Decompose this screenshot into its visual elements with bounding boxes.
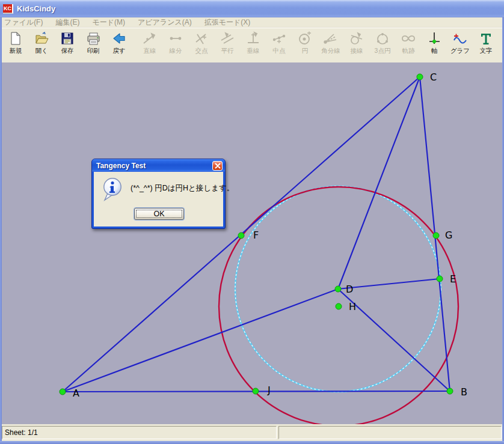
tool-text-button[interactable]: 文字 (474, 31, 498, 54)
menu-edit[interactable]: 編集(E) (55, 17, 79, 28)
window-title: KidsCindy (17, 4, 55, 13)
point-G[interactable] (433, 233, 439, 239)
point-D[interactable] (335, 286, 341, 292)
tool-label: 戻す (112, 47, 125, 54)
tool-line-button: 直線 (138, 31, 162, 54)
angle-bisector-tool-icon (323, 31, 339, 46)
menu-mode[interactable]: モード(M) (92, 17, 125, 28)
title-bar[interactable]: KC KidsCindy (0, 0, 504, 17)
dialog-close-button[interactable] (212, 161, 223, 171)
tool-label: 線分 (170, 47, 182, 54)
point-label-C: C (430, 71, 437, 83)
tool-label: 直線 (144, 47, 156, 54)
segment-A-D[interactable] (63, 289, 338, 392)
axis-icon (426, 31, 442, 46)
perpendicular-tool-icon (245, 31, 261, 46)
three-point-circle-tool-icon (375, 31, 390, 46)
tool-angle-bisector-button: 角分線 (319, 31, 343, 54)
segment-C-D[interactable] (338, 77, 420, 289)
point-J[interactable] (253, 388, 259, 394)
app-window: KC KidsCindy ファイル(F)編集(E)モード(M)アピアランス(A)… (0, 0, 504, 444)
menu-appearance[interactable]: アピアランス(A) (138, 17, 192, 28)
text-icon (478, 31, 494, 46)
parallel-tool-icon (220, 31, 235, 46)
tool-segment-button: 線分 (164, 31, 188, 54)
dialog-title: Tangency Test (92, 162, 146, 170)
segment-tool-icon (168, 31, 183, 46)
dialog-body: (*^_^*) 円Dは円Hと接します。 OK (94, 172, 223, 227)
dialog-message: (*^_^*) 円Dは円Hと接します。 (131, 183, 234, 193)
close-icon (215, 163, 221, 169)
tool-intersection-button: 交点 (189, 31, 214, 54)
menu-file[interactable]: ファイル(F) (4, 17, 43, 28)
point-C[interactable] (417, 74, 423, 80)
tool-print-button[interactable]: 印刷 (81, 31, 105, 54)
point-label-E: E (450, 273, 456, 285)
ok-button-label: OK (135, 210, 183, 218)
tool-label: 文字 (480, 47, 493, 54)
info-icon (102, 177, 123, 201)
tool-axis-button[interactable]: 軸 (422, 31, 446, 54)
tool-tangent-button: 接線 (345, 31, 369, 54)
point-label-D: D (346, 284, 353, 295)
tool-three-point-circle-button: 3点円 (370, 31, 395, 54)
tool-label: 3点円 (375, 47, 391, 54)
tool-label: 開く (35, 47, 48, 54)
window-border-left (0, 17, 2, 444)
point-label-H: H (349, 301, 356, 312)
tool-label: 角分線 (321, 47, 340, 54)
toolbar: 新規開く保存印刷戻す直線線分交点平行垂線中点円角分線接線3点円軌跡軸グラフ文字 (0, 28, 504, 62)
status-field-extra (278, 426, 502, 439)
undo-arrow-icon (111, 31, 127, 46)
tool-label: 接線 (351, 47, 363, 54)
tool-label: 交点 (195, 47, 208, 54)
tool-new-button[interactable]: 新規 (4, 31, 28, 54)
dialog-title-bar[interactable]: Tangency Test (92, 159, 225, 172)
tool-label: 軌跡 (402, 47, 415, 54)
tool-perpendicular-button: 垂線 (241, 31, 265, 54)
tool-label: 保存 (61, 47, 74, 54)
save-floppy-icon (60, 31, 75, 46)
tool-save-button[interactable]: 保存 (55, 31, 79, 54)
point-label-B: B (461, 386, 467, 398)
ok-button[interactable]: OK (134, 208, 184, 220)
tangency-test-dialog: Tangency Test (*^_^*) 円Dは円Hと接します。 (91, 159, 226, 229)
tool-locus-button: 軌跡 (396, 31, 420, 54)
tool-graph-button[interactable]: グラフ (448, 31, 472, 54)
point-label-A: A (73, 388, 79, 399)
open-folder-icon (34, 31, 49, 46)
tool-label: 垂線 (247, 47, 260, 54)
tangent-tool-icon (349, 31, 364, 46)
point-label-J: J (267, 385, 271, 396)
tool-undo-button[interactable]: 戻す (107, 31, 131, 54)
point-F[interactable] (238, 233, 244, 239)
tool-label: グラフ (450, 47, 470, 54)
segment-D-E[interactable] (338, 279, 440, 289)
tool-open-button[interactable]: 開く (29, 31, 54, 54)
window-border-bottom (0, 441, 504, 444)
new-document-icon (8, 31, 23, 46)
point-label-F: F (253, 230, 259, 241)
tool-label: 平行 (221, 47, 234, 54)
point-E[interactable] (437, 276, 443, 282)
locus-tool-icon (401, 31, 416, 46)
point-label-G: G (445, 230, 452, 241)
app-icon[interactable]: KC (3, 4, 13, 14)
tool-label: 軸 (431, 47, 438, 54)
point-B[interactable] (447, 388, 453, 394)
sheet-indicator: Sheet: 1/1 (2, 427, 276, 439)
tool-label: 中点 (273, 47, 286, 54)
point-A[interactable] (60, 389, 66, 395)
menu-bar: ファイル(F)編集(E)モード(M)アピアランス(A)拡張モード(X) (0, 17, 504, 28)
tool-label: 印刷 (87, 47, 100, 54)
status-field-sheet: Sheet: 1/1 (2, 426, 277, 439)
midpoint-tool-icon (271, 31, 287, 46)
tool-circle-button: 円 (293, 31, 317, 54)
graph-icon (452, 31, 468, 46)
line-tool-icon (142, 31, 158, 46)
tool-parallel-button: 平行 (215, 31, 239, 54)
intersection-tool-icon (194, 31, 209, 46)
point-H[interactable] (336, 303, 342, 309)
menu-extended-mode[interactable]: 拡張モード(X) (204, 17, 251, 28)
geometry-canvas[interactable]: ABCDEFGHJ (0, 62, 504, 424)
